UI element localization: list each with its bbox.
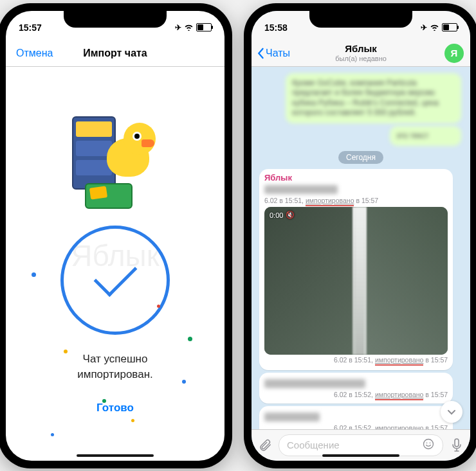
sticker-button[interactable]	[422, 438, 435, 452]
status-time: 15:58	[264, 22, 288, 33]
incoming-message[interactable]: 6.02 в 15:52, импортировано в 15:57	[259, 373, 453, 404]
airplane-icon: ✈	[421, 23, 427, 32]
incoming-message-group[interactable]: Яблык 6.02 в 15:51, импортировано в 15:5…	[259, 169, 453, 370]
message-input[interactable]: Сообщение	[279, 434, 443, 456]
paperclip-icon	[258, 438, 272, 452]
done-button[interactable]: Готово	[96, 402, 134, 414]
mute-icon: 🔇	[286, 211, 295, 219]
message-meta: 6.02 в 15:51, импортировано в 15:57	[264, 356, 448, 364]
battery-icon	[196, 23, 212, 31]
battery-icon	[442, 23, 457, 31]
phone-right: 15:58 ✈ Чаты Яблык был(а) недавно Я Кром…	[244, 3, 476, 468]
outgoing-message[interactable]: Кроме GoCube, компания Particula предлаг…	[286, 73, 461, 123]
outgoing-message[interactable]: это текст	[390, 126, 461, 147]
duck-sticker	[67, 112, 163, 209]
message-text-blurred	[264, 413, 320, 422]
message-meta: 6.02 в 15:52, импортировано в 15:57	[264, 424, 448, 429]
wifi-icon	[184, 22, 194, 33]
success-check-icon	[60, 226, 170, 335]
wifi-icon	[430, 22, 439, 33]
back-label: Чаты	[266, 48, 290, 59]
confetti-dot	[32, 272, 36, 277]
message-text-blurred	[264, 185, 338, 194]
airplane-icon: ✈	[175, 23, 181, 32]
avatar[interactable]: Я	[444, 44, 464, 63]
contact-header[interactable]: Яблык был(а) недавно	[335, 44, 387, 62]
contact-name: Яблык	[335, 44, 387, 55]
attach-button[interactable]	[257, 437, 273, 454]
incoming-message[interactable]: 6.02 в 15:52, импортировано в 15:57	[259, 406, 453, 429]
imported-label: импортировано	[375, 424, 424, 429]
success-text: Чат успешно импортирован.	[77, 351, 153, 382]
imported-label: импортировано	[375, 356, 424, 366]
notch	[64, 11, 167, 28]
confetti-dot	[64, 350, 68, 353]
chevron-left-icon	[257, 48, 264, 59]
status-time: 15:57	[19, 22, 42, 33]
nav-bar: Отмена Импорт чата	[6, 40, 224, 67]
svg-point-0	[424, 440, 434, 449]
svg-point-2	[430, 443, 431, 444]
sticker-icon	[422, 438, 435, 450]
video-attachment[interactable]: 0:00 🔇	[264, 207, 448, 355]
contact-status: был(а) недавно	[335, 55, 387, 62]
confetti-dot	[131, 419, 134, 422]
mic-button[interactable]	[448, 437, 465, 454]
confetti-dot	[102, 399, 106, 403]
video-duration: 0:00 🔇	[270, 211, 295, 219]
confetti-dot	[182, 380, 186, 384]
phone-left: 15:57 ✈ Отмена Импорт чата Яблык Чат усп…	[0, 3, 232, 468]
chevron-down-icon	[446, 407, 457, 417]
svg-rect-3	[455, 439, 459, 447]
sender-name: Яблык	[264, 173, 448, 182]
date-separator: Сегодня	[338, 151, 383, 164]
message-meta: 6.02 в 15:52, импортировано в 15:57	[264, 391, 448, 398]
input-placeholder: Сообщение	[287, 440, 340, 450]
home-indicator[interactable]	[77, 454, 154, 457]
chat-body[interactable]: Кроме GoCube, компания Particula предлаг…	[252, 67, 470, 429]
content-area: Яблык Чат успешно импортирован. Готово	[6, 67, 224, 461]
imported-label: импортировано	[306, 197, 354, 206]
scroll-to-bottom-button[interactable]	[441, 401, 462, 423]
confetti-dot	[157, 305, 160, 308]
nav-title: Импорт чата	[83, 48, 147, 59]
cancel-button[interactable]: Отмена	[16, 48, 53, 59]
notch	[309, 11, 412, 28]
svg-point-1	[426, 443, 428, 444]
mic-icon	[450, 438, 463, 452]
imported-label: импортировано	[375, 391, 424, 400]
message-text-blurred	[264, 379, 365, 388]
confetti-dot	[188, 337, 192, 341]
nav-bar: Чаты Яблык был(а) недавно Я	[252, 40, 470, 67]
home-indicator[interactable]	[322, 454, 399, 457]
confetti-dot	[51, 433, 54, 436]
message-meta: 6.02 в 15:51, импортировано в 15:57	[264, 197, 448, 204]
back-button[interactable]: Чаты	[257, 48, 290, 59]
